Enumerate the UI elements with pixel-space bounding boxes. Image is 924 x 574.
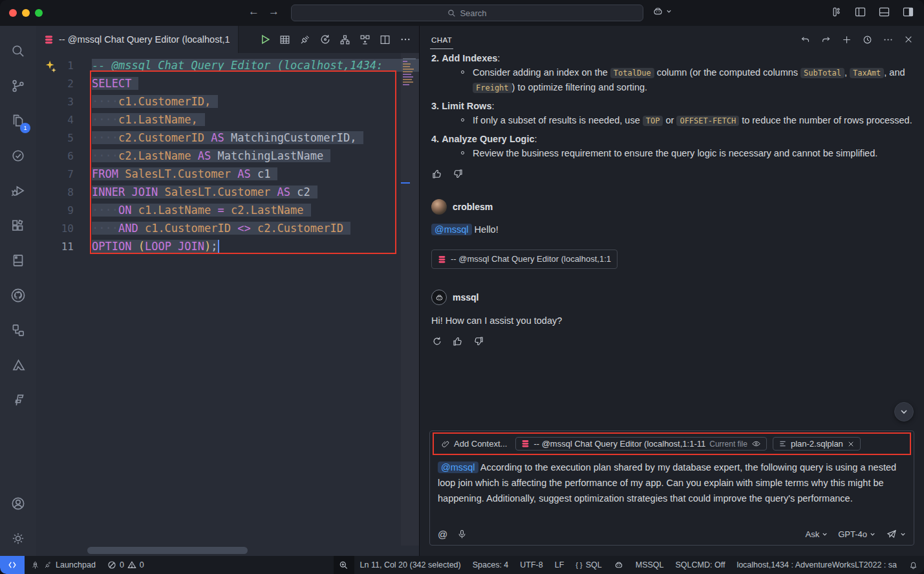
notifications-button[interactable] xyxy=(903,556,924,574)
code-line[interactable]: 2SELECT xyxy=(36,74,419,92)
new-chat-icon[interactable] xyxy=(841,34,852,45)
close-window-button[interactable] xyxy=(9,9,17,17)
toggle-panel-icon[interactable] xyxy=(877,5,891,19)
window-controls[interactable] xyxy=(9,9,43,17)
thumbs-down-icon[interactable] xyxy=(473,335,484,347)
toggle-primary-sidebar-icon[interactable] xyxy=(854,5,867,19)
history-icon[interactable] xyxy=(862,34,873,45)
indentation[interactable]: Spaces: 4 xyxy=(467,556,515,574)
thumbs-down-icon[interactable] xyxy=(452,168,464,180)
code-line[interactable]: 7FROM SalesLT.Customer AS c1 xyxy=(36,165,419,183)
code-line[interactable]: 9····ON c1.LastName = c2.LastName xyxy=(36,201,419,219)
remote-indicator[interactable] xyxy=(0,556,25,574)
inline-code-chip[interactable]: TOP xyxy=(643,116,663,126)
code-line[interactable]: 8INNER JOIN SalesLT.Customer AS c2 xyxy=(36,183,419,201)
disconnect-button[interactable] xyxy=(296,31,314,48)
send-button[interactable] xyxy=(886,528,906,540)
eol-sequence[interactable]: LF xyxy=(549,556,570,574)
github-view-button[interactable] xyxy=(3,278,34,313)
context-chip-editor[interactable]: -- @mssql Chat Query Editor (localhost,1… xyxy=(515,437,767,451)
command-center-search[interactable]: Search xyxy=(291,5,643,21)
code-line[interactable]: 11OPTION (LOOP JOIN); xyxy=(36,237,419,255)
copilot-menu-button[interactable] xyxy=(652,5,672,17)
more-icon[interactable] xyxy=(883,34,894,45)
problems-indicator[interactable]: 0 0 xyxy=(102,556,150,574)
settings-button[interactable] xyxy=(3,521,34,556)
scrollbar-thumb[interactable] xyxy=(87,547,248,554)
maximize-window-button[interactable] xyxy=(35,9,43,17)
mention-chip[interactable]: @mssql xyxy=(438,462,478,473)
results-grid-button[interactable] xyxy=(276,31,294,48)
chat-input-container[interactable]: Add Context... -- @mssql Chat Query Edit… xyxy=(429,430,914,546)
add-context-button[interactable]: Add Context... xyxy=(438,438,510,450)
connection-status[interactable]: localhost,1434 : AdventureWorksLT2022 : … xyxy=(731,556,903,574)
customize-layout-icon[interactable] xyxy=(830,5,843,19)
split-editor-button[interactable] xyxy=(376,31,394,48)
launchpad-button[interactable]: Launchpad xyxy=(25,556,102,574)
more-actions-button[interactable] xyxy=(396,31,414,48)
remote-containers-view-button[interactable] xyxy=(3,313,34,348)
minimap[interactable] xyxy=(401,53,419,546)
microphone-icon[interactable] xyxy=(457,529,467,540)
inline-code-chip[interactable]: SubTotal xyxy=(800,68,844,78)
toggle-secondary-sidebar-icon[interactable] xyxy=(901,5,915,19)
extensions-view-button[interactable] xyxy=(3,208,34,243)
source-control-view-button[interactable] xyxy=(3,69,34,103)
context-chip-plan-file[interactable]: plan-2.sqlplan xyxy=(773,437,861,451)
copilot-status[interactable] xyxy=(608,556,630,574)
explorer-view-button[interactable]: 1 xyxy=(3,103,34,138)
code-lines[interactable]: 1-- @mssql Chat Query Editor (localhost,… xyxy=(36,56,419,255)
code-line[interactable]: 3····c1.CustomerID, xyxy=(36,92,419,111)
tab-chat[interactable]: CHAT xyxy=(430,28,453,51)
sql-server-view-button[interactable] xyxy=(3,243,34,278)
copilot-sparkle-icon[interactable] xyxy=(44,59,58,74)
regenerate-icon[interactable] xyxy=(431,335,443,347)
mssql-status[interactable]: MSSQL xyxy=(630,556,670,574)
inline-code-chip[interactable]: TotalDue xyxy=(610,68,654,78)
redo-icon[interactable] xyxy=(821,34,832,45)
code-line[interactable]: 10····AND c1.CustomerID <> c2.CustomerID xyxy=(36,219,419,237)
thumbs-up-icon[interactable] xyxy=(431,168,443,180)
model-selector[interactable]: GPT-4o xyxy=(838,529,876,539)
search-view-button[interactable] xyxy=(3,34,34,69)
accounts-button[interactable] xyxy=(3,486,34,521)
message-attachment-chip[interactable]: -- @mssql Chat Query Editor (localhost,1… xyxy=(431,250,618,269)
mention-icon[interactable]: @ xyxy=(438,529,447,540)
eye-icon[interactable] xyxy=(751,439,761,449)
remove-chip-icon[interactable] xyxy=(847,440,855,448)
sqlcmd-status[interactable]: SQLCMD: Off xyxy=(670,556,731,574)
code-line[interactable]: 6····c2.LastName AS MatchingLastName xyxy=(36,147,419,165)
run-query-button[interactable] xyxy=(256,31,274,48)
minimize-window-button[interactable] xyxy=(22,9,30,17)
encoding[interactable]: UTF-8 xyxy=(514,556,548,574)
azure-view-button[interactable] xyxy=(3,348,34,383)
flyway-view-button[interactable] xyxy=(3,383,34,418)
back-icon[interactable]: ← xyxy=(248,5,259,18)
actual-plan-button[interactable] xyxy=(356,31,374,48)
code-line[interactable]: 5····c2.CustomerID AS MatchingCustomerID… xyxy=(36,129,419,147)
testing-view-button[interactable] xyxy=(3,138,34,173)
forward-icon[interactable]: → xyxy=(268,5,279,18)
horizontal-scrollbar[interactable] xyxy=(36,546,419,556)
code-line[interactable]: 4····c1.LastName, xyxy=(36,111,419,129)
run-debug-view-button[interactable] xyxy=(3,173,34,208)
chat-input-text[interactable]: @mssql According to the execution plan s… xyxy=(438,460,906,523)
editor-tab[interactable]: -- @mssql Chat Query Editor (localhost,1 xyxy=(36,26,239,53)
inline-code-chip[interactable]: Freight xyxy=(473,83,512,93)
scroll-to-bottom-button[interactable] xyxy=(894,402,914,421)
code-editor[interactable]: 1-- @mssql Chat Query Editor (localhost,… xyxy=(36,53,419,546)
inline-code-chip[interactable]: TaxAmt xyxy=(850,68,884,78)
close-icon[interactable] xyxy=(903,34,914,45)
mode-selector[interactable]: Ask xyxy=(806,529,828,539)
undo-icon[interactable] xyxy=(800,34,811,45)
change-connection-button[interactable] xyxy=(316,31,334,48)
language-mode[interactable]: { } SQL xyxy=(570,556,607,574)
inline-code-chip[interactable]: OFFSET-FETCH xyxy=(676,116,739,126)
code-line[interactable]: 1-- @mssql Chat Query Editor (localhost,… xyxy=(36,56,419,74)
zoom-indicator[interactable] xyxy=(334,556,354,574)
cursor-position[interactable]: Ln 11, Col 20 (342 selected) xyxy=(354,556,467,574)
mention-chip[interactable]: @mssql xyxy=(431,224,472,235)
estimated-plan-button[interactable] xyxy=(336,31,354,48)
thumbs-up-icon[interactable] xyxy=(452,335,464,347)
chat-message-list[interactable]: 2. Add Indexes: Consider adding an index… xyxy=(420,53,924,430)
